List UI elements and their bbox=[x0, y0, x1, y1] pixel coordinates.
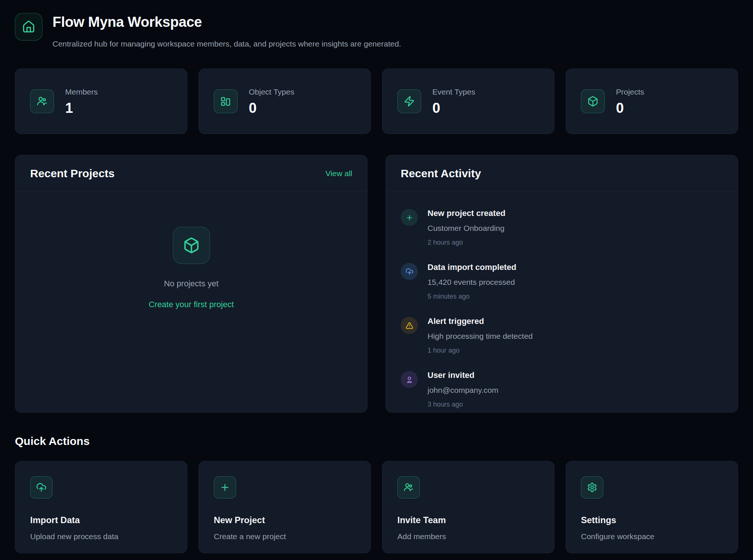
stat-card-members: Members 1 bbox=[15, 69, 187, 134]
activity-title: Alert triggered bbox=[428, 316, 533, 326]
activity-title: Data import completed bbox=[428, 262, 516, 272]
qa-card-subtitle: Upload new process data bbox=[30, 532, 172, 541]
qa-icon-box bbox=[581, 476, 603, 499]
activity-text: User invited john@company.com 3 hours ag… bbox=[428, 370, 498, 408]
stat-label: Object Types bbox=[249, 88, 294, 96]
activity-text: New project created Customer Onboarding … bbox=[428, 208, 505, 246]
activity-item-user-invited: User invited john@company.com 3 hours ag… bbox=[401, 370, 723, 408]
home-icon bbox=[22, 20, 35, 34]
qa-card-subtitle: Create a new project bbox=[214, 532, 356, 541]
stat-text: Projects 0 bbox=[616, 88, 644, 115]
stat-label: Members bbox=[65, 88, 98, 96]
page-header: Flow Myna Workspace Centralized hub for … bbox=[15, 13, 738, 49]
stat-label: Projects bbox=[616, 88, 644, 96]
activity-detail: High processing time detected bbox=[428, 331, 533, 341]
activity-item-data-import: Data import completed 15,420 events proc… bbox=[401, 262, 723, 300]
quick-action-settings[interactable]: Settings Configure workspace bbox=[566, 461, 738, 553]
cloud-upload-icon bbox=[36, 482, 47, 493]
cube-icon bbox=[183, 237, 200, 254]
activity-text: Data import completed 15,420 events proc… bbox=[428, 262, 516, 300]
plus-icon bbox=[220, 482, 230, 493]
stat-card-event-types: Event Types 0 bbox=[382, 69, 555, 134]
plus-icon bbox=[406, 214, 413, 222]
activity-item-project-created: New project created Customer Onboarding … bbox=[401, 208, 723, 246]
view-all-link[interactable]: View all bbox=[325, 169, 352, 178]
recent-activity-panel: Recent Activity New project created Cust… bbox=[385, 155, 738, 413]
activity-list: New project created Customer Onboarding … bbox=[386, 192, 738, 408]
qa-card-subtitle: Configure workspace bbox=[581, 532, 723, 541]
stat-text: Object Types 0 bbox=[249, 88, 294, 115]
gear-icon bbox=[587, 482, 597, 493]
activity-time: 5 minutes ago bbox=[428, 293, 516, 300]
qa-card-title: Import Data bbox=[30, 515, 172, 525]
qa-card-title: Invite Team bbox=[397, 515, 539, 525]
recent-activity-title: Recent Activity bbox=[401, 167, 481, 180]
stat-value: 0 bbox=[249, 101, 294, 115]
activity-icon-badge bbox=[401, 263, 418, 280]
stat-label: Event Types bbox=[432, 88, 475, 96]
stat-icon-box bbox=[581, 89, 605, 113]
layout-blocks-icon bbox=[220, 96, 231, 107]
activity-detail: 15,420 events processed bbox=[428, 277, 516, 287]
stat-card-object-types: Object Types 0 bbox=[198, 69, 371, 134]
activity-icon-badge bbox=[401, 317, 418, 334]
quick-action-new-project[interactable]: New Project Create a new project bbox=[198, 461, 371, 553]
activity-icon-badge bbox=[401, 371, 418, 388]
stat-value: 0 bbox=[432, 101, 475, 115]
recent-projects-title: Recent Projects bbox=[30, 167, 115, 180]
empty-state-icon-box bbox=[173, 227, 210, 264]
stat-value: 0 bbox=[616, 101, 644, 115]
activity-icon-badge bbox=[401, 209, 418, 226]
activity-text: Alert triggered High processing time det… bbox=[428, 316, 533, 354]
quick-actions-row: Import Data Upload new process data New … bbox=[15, 461, 738, 553]
recent-projects-header: Recent Projects View all bbox=[15, 155, 367, 192]
stat-card-projects: Projects 0 bbox=[566, 69, 738, 134]
users-icon bbox=[36, 96, 48, 107]
stat-icon-box bbox=[397, 89, 421, 113]
workspace-home-badge bbox=[15, 13, 42, 41]
recent-projects-panel: Recent Projects View all No projects yet… bbox=[15, 155, 368, 413]
empty-state-title: No projects yet bbox=[164, 279, 219, 289]
quick-action-invite-team[interactable]: Invite Team Add members bbox=[382, 461, 555, 553]
create-first-project-link[interactable]: Create your first project bbox=[149, 300, 234, 309]
qa-card-subtitle: Add members bbox=[397, 532, 539, 541]
activity-time: 1 hour ago bbox=[428, 347, 533, 354]
activity-detail: Customer Onboarding bbox=[428, 223, 505, 233]
user-icon bbox=[406, 376, 413, 384]
stat-text: Members 1 bbox=[65, 88, 98, 115]
recent-activity-header: Recent Activity bbox=[386, 155, 738, 192]
alert-triangle-icon bbox=[406, 322, 413, 330]
quick-action-import-data[interactable]: Import Data Upload new process data bbox=[15, 461, 187, 553]
page-subtitle: Centralized hub for managing workspace m… bbox=[53, 39, 401, 49]
stats-row: Members 1 Object Types 0 bbox=[15, 69, 738, 134]
workspace-dashboard: Flow Myna Workspace Centralized hub for … bbox=[0, 0, 753, 553]
activity-detail: john@company.com bbox=[428, 385, 498, 395]
page-title: Flow Myna Workspace bbox=[53, 14, 401, 30]
cube-icon bbox=[587, 96, 598, 107]
users-icon bbox=[403, 482, 414, 493]
qa-icon-box bbox=[30, 476, 53, 499]
stat-icon-box bbox=[30, 89, 54, 113]
projects-empty-state: No projects yet Create your first projec… bbox=[15, 192, 367, 309]
zap-icon bbox=[404, 96, 415, 107]
qa-card-title: New Project bbox=[214, 515, 356, 525]
qa-icon-box bbox=[397, 476, 420, 499]
stat-icon-box bbox=[214, 89, 238, 113]
activity-item-alert: Alert triggered High processing time det… bbox=[401, 316, 723, 354]
activity-time: 3 hours ago bbox=[428, 401, 498, 408]
cloud-upload-icon bbox=[406, 268, 413, 276]
quick-actions-title: Quick Actions bbox=[15, 435, 738, 448]
stat-value: 1 bbox=[65, 101, 98, 115]
panels-row: Recent Projects View all No projects yet… bbox=[15, 155, 738, 413]
stat-text: Event Types 0 bbox=[432, 88, 475, 115]
activity-time: 2 hours ago bbox=[428, 239, 505, 246]
qa-card-title: Settings bbox=[581, 515, 723, 525]
activity-title: New project created bbox=[428, 208, 505, 218]
activity-title: User invited bbox=[428, 370, 498, 380]
header-text: Flow Myna Workspace Centralized hub for … bbox=[53, 13, 401, 49]
qa-icon-box bbox=[214, 476, 236, 499]
